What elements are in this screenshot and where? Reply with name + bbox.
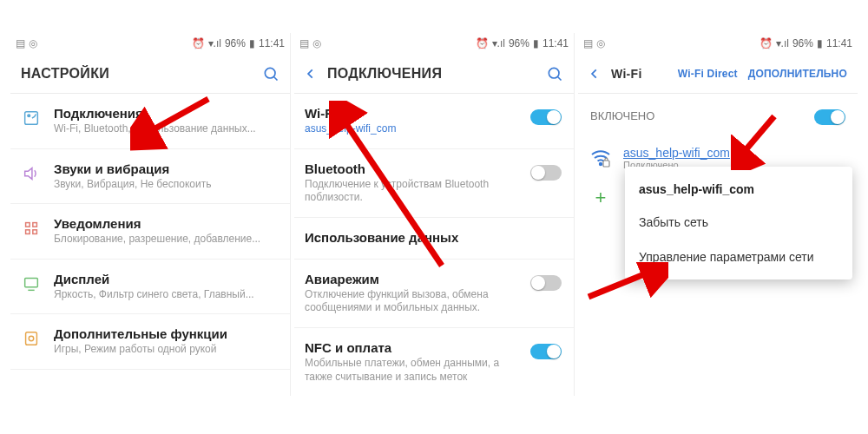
row-wifi[interactable]: Wi-Fi asus_help-wifi_com	[294, 94, 574, 149]
gallery-icon: ▤	[16, 37, 25, 49]
row-display[interactable]: Дисплей Яркость, Фильтр синего света, Гл…	[10, 260, 290, 315]
row-title: Использование данных	[305, 230, 562, 245]
row-notifications[interactable]: Уведомления Блокирование, разрешение, до…	[10, 204, 290, 260]
row-airplane[interactable]: Авиарежим Отключение функций вызова, обм…	[294, 260, 574, 328]
svg-line-1	[274, 76, 278, 80]
airplane-toggle[interactable]	[530, 275, 562, 291]
row-title: Дисплей	[54, 272, 278, 286]
advanced-icon	[21, 328, 42, 349]
back-icon[interactable]	[589, 68, 601, 80]
search-icon[interactable]	[546, 65, 563, 82]
network-context-menu: asus_help-wifi_com Забыть сеть Управлени…	[625, 167, 852, 279]
popup-title: asus_help-wifi_com	[625, 172, 852, 205]
svg-line-15	[558, 76, 562, 80]
connections-icon	[21, 108, 42, 128]
row-title: Подключения	[54, 106, 278, 121]
wifi-signal-icon: ▾.ıl	[208, 37, 221, 49]
svg-point-3	[28, 115, 30, 117]
instagram-icon: ◎	[29, 37, 37, 49]
row-sounds[interactable]: Звуки и вибрация Звуки, Вибрация, Не бес…	[10, 149, 290, 205]
status-bar: ▤◎ ⏰▾.ıl96%▮11:41	[294, 33, 574, 54]
row-advanced[interactable]: Дополнительные функции Игры, Режим работ…	[10, 314, 290, 370]
row-title: Авиарежим	[305, 272, 518, 286]
page-title: НАСТРОЙКИ	[21, 66, 252, 82]
row-nfc[interactable]: NFC и оплата Мобильные платежи, обмен да…	[294, 328, 574, 396]
status-bar: ▤◎ ⏰▾.ıl96%▮11:41	[578, 33, 858, 54]
svg-rect-6	[26, 230, 30, 234]
header: НАСТРОЙКИ	[10, 54, 290, 94]
settings-screen: ▤ ◎ ⏰ ▾.ıl 96% ▮ 11:41 НАСТРОЙКИ Подключ…	[10, 33, 291, 396]
row-bluetooth[interactable]: Bluetooth Подключение к устройствам Blue…	[294, 149, 574, 218]
svg-rect-7	[33, 230, 37, 234]
svg-rect-4	[26, 223, 30, 227]
display-icon	[21, 273, 42, 294]
row-sub: Яркость, Фильтр синего света, Главный...	[54, 288, 278, 302]
row-sub: Звуки, Вибрация, Не беспокоить	[54, 178, 278, 192]
row-sub: Мобильные платежи, обмен данными, а такж…	[305, 357, 518, 384]
alarm-icon: ⏰	[192, 37, 205, 49]
back-icon[interactable]	[305, 68, 317, 80]
page-title: ПОДКЛЮЧЕНИЯ	[327, 66, 536, 82]
svg-rect-5	[33, 223, 37, 227]
row-sub: Игры, Режим работы одной рукой	[54, 343, 278, 357]
svg-point-0	[265, 68, 275, 78]
plus-icon: +	[590, 187, 611, 208]
header: ПОДКЛЮЧЕНИЯ	[294, 54, 574, 94]
header: Wi-Fi Wi-Fi Direct ДОПОЛНИТЕЛЬНО	[578, 54, 858, 94]
row-title: Звуки и вибрация	[54, 161, 278, 176]
wifi-icon	[590, 148, 611, 168]
row-sub: Отключение функций вызова, обмена сообще…	[305, 288, 518, 315]
row-sub: asus_help-wifi_com	[305, 122, 518, 136]
popup-manage[interactable]: Управление параметрами сети	[625, 240, 852, 274]
row-sub: Блокирование, разрешение, добавление...	[54, 233, 278, 247]
page-title: Wi-Fi	[611, 67, 642, 81]
connections-screen: ▤◎ ⏰▾.ıl96%▮11:41 ПОДКЛЮЧЕНИЯ Wi-Fi asus…	[294, 33, 575, 396]
row-title: Уведомления	[54, 216, 278, 231]
svg-point-11	[29, 337, 34, 342]
notifications-icon	[21, 218, 42, 239]
status-bar: ▤ ◎ ⏰ ▾.ıl 96% ▮ 11:41	[10, 33, 290, 54]
popup-forget[interactable]: Забыть сеть	[625, 205, 852, 240]
wifi-screen: ▤◎ ⏰▾.ıl96%▮11:41 Wi-Fi Wi-Fi Direct ДОП…	[578, 33, 858, 396]
wifi-direct-link[interactable]: Wi-Fi Direct	[678, 68, 738, 80]
row-connections[interactable]: Подключения Wi-Fi, Bluetooth, Использова…	[10, 94, 290, 149]
svg-rect-2	[25, 112, 38, 125]
enabled-label: ВКЛЮЧЕНО	[590, 109, 654, 122]
network-name: asus_help-wifi_com	[623, 146, 730, 160]
search-icon[interactable]	[262, 65, 279, 82]
row-title: Bluetooth	[305, 161, 518, 176]
sound-icon	[21, 163, 42, 184]
battery-text: 96%	[225, 37, 246, 49]
clock-text: 11:41	[259, 37, 285, 49]
row-data-usage[interactable]: Использование данных	[294, 218, 574, 260]
svg-rect-10	[26, 332, 37, 345]
row-title: Дополнительные функции	[54, 326, 278, 341]
svg-rect-8	[25, 278, 38, 286]
row-title: NFC и оплата	[305, 340, 518, 355]
svg-rect-19	[603, 161, 609, 167]
row-sub: Подключение к устройствам Bluetooth побл…	[305, 178, 518, 205]
nfc-toggle[interactable]	[530, 344, 562, 359]
svg-point-18	[600, 163, 602, 165]
svg-point-14	[549, 68, 559, 78]
more-link[interactable]: ДОПОЛНИТЕЛЬНО	[748, 68, 847, 80]
row-sub: Wi-Fi, Bluetooth, Использование данных..…	[54, 122, 278, 136]
wifi-master-toggle[interactable]	[814, 109, 845, 125]
wifi-toggle[interactable]	[530, 109, 562, 125]
bluetooth-toggle[interactable]	[530, 165, 562, 181]
row-title: Wi-Fi	[305, 106, 518, 121]
wifi-enabled-row: ВКЛЮЧЕНО	[578, 94, 858, 137]
